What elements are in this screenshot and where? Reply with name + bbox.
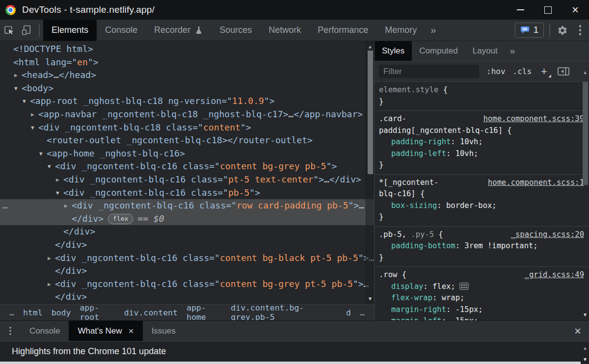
row-overflow-menu-icon[interactable]: … bbox=[2, 199, 8, 212]
breadcrumb-item-d[interactable]: d bbox=[346, 308, 351, 317]
tree-row[interactable]: </div>flex== $0 bbox=[0, 212, 374, 226]
scroll-up-icon[interactable]: ▲ bbox=[366, 44, 374, 50]
tree-row[interactable]: <!DOCTYPE html> bbox=[0, 43, 374, 56]
maximize-button[interactable] bbox=[534, 0, 562, 20]
expand-arrow-icon[interactable]: ▶ bbox=[64, 200, 72, 213]
flex-badge[interactable]: flex bbox=[108, 214, 133, 224]
tab-elements[interactable]: Elements bbox=[43, 20, 97, 41]
tab-recorder[interactable]: Recorder bbox=[146, 20, 211, 41]
settings-button[interactable] bbox=[554, 20, 571, 41]
scroll-up-icon[interactable]: ▲ bbox=[581, 70, 589, 76]
scrollbar-thumb[interactable] bbox=[583, 82, 588, 185]
style-rule[interactable]: .row {_grid.scss:49display: flex;flex-wr… bbox=[375, 267, 589, 320]
tab-layout[interactable]: Layout bbox=[465, 41, 505, 61]
collapse-arrow-icon[interactable]: ▼ bbox=[31, 122, 38, 135]
tree-row[interactable]: </div> bbox=[0, 290, 374, 304]
tree-row[interactable]: ▶<div _ngcontent-blq-c16 class="content … bbox=[0, 278, 374, 291]
tree-row[interactable]: ▶<app-navbar _ngcontent-blq-c18 _nghost-… bbox=[0, 108, 374, 121]
collapse-arrow-icon[interactable]: ▼ bbox=[48, 160, 55, 174]
tab-performance[interactable]: Performance bbox=[309, 20, 376, 41]
drawer-menu-button[interactable] bbox=[0, 321, 21, 341]
stylesheet-link[interactable]: _spacing.scss:20 bbox=[511, 229, 584, 241]
drawer-tab-what-s-new[interactable]: What's New× bbox=[69, 321, 142, 341]
new-style-rule-button[interactable]: + bbox=[541, 66, 547, 77]
toggle-element-classes-button[interactable]: .cls bbox=[513, 67, 532, 76]
tree-row[interactable]: ▼<app-root _nghost-blq-c18 ng-version="1… bbox=[0, 95, 374, 108]
css-declaration[interactable]: margin-left: -15px; bbox=[379, 315, 584, 320]
styles-scrollbar[interactable]: ▲ ▼ bbox=[581, 61, 589, 320]
more-tabs-button[interactable]: » bbox=[425, 20, 441, 41]
scroll-down-icon[interactable]: ▼ bbox=[581, 312, 589, 318]
drawer-tab-issues[interactable]: Issues bbox=[143, 321, 185, 341]
toggle-computed-sidebar-button[interactable] bbox=[558, 67, 569, 76]
expand-arrow-icon[interactable]: ▶ bbox=[48, 278, 55, 291]
stylesheet-link[interactable]: home.component.scss:39 bbox=[483, 113, 584, 125]
drawer-scrollbar[interactable]: ▲ ▼ bbox=[581, 341, 589, 364]
breadcrumb-item-html[interactable]: html bbox=[23, 308, 43, 317]
css-declaration[interactable]: display: flex; bbox=[379, 281, 584, 293]
css-declaration[interactable]: margin-right: -15px; bbox=[379, 304, 584, 316]
breadcrumb-item-app-root[interactable]: app-root bbox=[80, 304, 115, 320]
tree-row[interactable]: </div> bbox=[0, 238, 374, 252]
tree-row[interactable]: …▶<div _ngcontent-blq-c16 class="row car… bbox=[0, 199, 374, 212]
expand-arrow-icon[interactable]: ▶ bbox=[56, 174, 63, 187]
tab-console[interactable]: Console bbox=[97, 20, 146, 41]
tree-row[interactable]: ▼<app-home _nghost-blq-c16> bbox=[0, 147, 374, 160]
breadcrumb-overflow-right[interactable]: … bbox=[360, 308, 365, 317]
minimize-button[interactable] bbox=[507, 0, 534, 20]
issues-messages-button[interactable]: 1 bbox=[515, 23, 544, 38]
drawer-tab-console[interactable]: Console bbox=[21, 321, 69, 341]
tab-styles[interactable]: Styles bbox=[375, 41, 412, 61]
tree-row[interactable]: <html lang="en"> bbox=[0, 56, 374, 69]
tree-row[interactable]: </div> bbox=[0, 264, 374, 278]
collapse-arrow-icon[interactable]: ▼ bbox=[39, 148, 47, 161]
expand-arrow-icon[interactable]: ▶ bbox=[14, 69, 22, 82]
collapse-arrow-icon[interactable]: ▼ bbox=[23, 95, 30, 108]
tab-sources[interactable]: Sources bbox=[211, 20, 260, 41]
inspect-element-button[interactable] bbox=[0, 20, 18, 41]
elements-scrollbar[interactable]: ▲ ▼ bbox=[366, 41, 374, 304]
breadcrumb-item-div-content[interactable]: div.content bbox=[124, 308, 178, 317]
tab-network[interactable]: Network bbox=[260, 20, 309, 41]
breadcrumb-item-app-home[interactable]: app-home bbox=[187, 304, 222, 320]
tree-row[interactable]: ▼<body> bbox=[0, 82, 374, 95]
scrollbar-thumb[interactable] bbox=[368, 51, 373, 174]
css-declaration[interactable]: flex-wrap: wrap; bbox=[379, 292, 584, 304]
scroll-up-icon[interactable]: ▲ bbox=[581, 345, 589, 351]
tree-row[interactable]: ▶<head>…</head> bbox=[0, 69, 374, 82]
tree-row[interactable]: <router-outlet _ngcontent-blq-c18></rout… bbox=[0, 134, 374, 147]
tab-computed[interactable]: Computed bbox=[412, 41, 465, 61]
style-rule[interactable]: .pb-5, .py-5 {_spacing.scss:20padding-bo… bbox=[375, 227, 589, 267]
more-sidebar-tabs-button[interactable]: » bbox=[505, 41, 520, 61]
stylesheet-link[interactable]: home.component.scss:1 bbox=[488, 177, 584, 189]
style-rule[interactable]: .card-home.component.scss:39padding[_ngc… bbox=[375, 111, 589, 175]
toggle-device-toolbar-button[interactable] bbox=[18, 20, 35, 41]
tab-memory[interactable]: Memory bbox=[376, 20, 425, 41]
expand-arrow-icon[interactable]: ▶ bbox=[48, 252, 55, 265]
collapse-arrow-icon[interactable]: ▼ bbox=[56, 187, 63, 200]
scroll-down-icon[interactable]: ▼ bbox=[581, 357, 589, 363]
css-declaration[interactable]: padding-bottom: 3rem !important; bbox=[379, 240, 584, 252]
close-button[interactable]: × bbox=[562, 0, 589, 20]
tree-row[interactable]: ▶<div _ngcontent-blq-c16 class="pt-5 tex… bbox=[0, 173, 374, 186]
tree-row[interactable]: ▼<div _ngcontent-blq-c16 class="content … bbox=[0, 160, 374, 173]
css-declaration[interactable]: padding-left: 10vh; bbox=[379, 148, 584, 160]
collapse-arrow-icon[interactable]: ▼ bbox=[14, 82, 22, 96]
flex-editor-icon[interactable] bbox=[459, 283, 469, 290]
breadcrumb-overflow-left[interactable]: … bbox=[9, 308, 14, 317]
css-declaration[interactable]: box-sizing: border-box; bbox=[379, 200, 584, 212]
css-declaration[interactable]: padding-right: 10vh; bbox=[379, 136, 584, 148]
breadcrumb-item-div-content-bg-grey-pb-5[interactable]: div.content.bg-grey.pb-5 bbox=[231, 304, 337, 320]
scroll-down-icon[interactable]: ▼ bbox=[366, 296, 374, 302]
style-rule[interactable]: *[_ngcontent-home.component.scss:1blq-c1… bbox=[375, 175, 589, 227]
close-drawer-button[interactable]: × bbox=[566, 321, 589, 341]
tree-row[interactable]: </div> bbox=[0, 225, 374, 238]
tree-row[interactable]: ▶<div _ngcontent-blq-c16 class="content … bbox=[0, 252, 374, 265]
toggle-hover-state-button[interactable]: :hov bbox=[486, 67, 506, 76]
expand-arrow-icon[interactable]: ▶ bbox=[31, 108, 38, 122]
tree-row[interactable]: ▼<div _ngcontent-blq-c18 class="content"… bbox=[0, 121, 374, 134]
tree-row[interactable]: ▼<div _ngcontent-blq-c16 class="pb-5"> bbox=[0, 186, 374, 200]
breadcrumb-item-body[interactable]: body bbox=[52, 308, 71, 317]
styles-filter-input[interactable] bbox=[379, 65, 479, 78]
customize-devtools-button[interactable] bbox=[571, 20, 589, 41]
